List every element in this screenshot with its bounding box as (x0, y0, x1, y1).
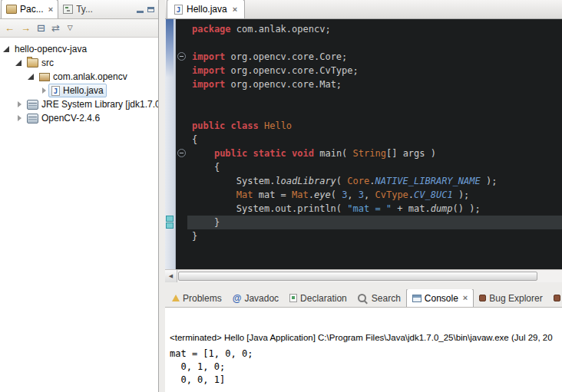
code-line[interactable]: System.out.println( "mat = " + mat.dump(… (187, 202, 562, 216)
code-token: void (292, 148, 314, 159)
code-line[interactable]: { (187, 133, 562, 147)
scrollbar-thumb[interactable] (178, 272, 537, 281)
code-token: com.anlak.opencv; (231, 24, 331, 35)
code-token: ); (481, 176, 498, 186)
tree-item[interactable]: OpenCV-2.4.6 (0, 111, 158, 125)
close-icon[interactable]: × (233, 5, 237, 14)
tab-package-explorer[interactable]: Pac... × (1, 0, 58, 18)
editor-body[interactable]: package com.anlak.opencv; import org.ope… (165, 19, 562, 269)
minimize-icon[interactable] (137, 5, 144, 13)
explorer-tab-bar: Pac... × Ty... (0, 0, 158, 19)
code-token: dump (431, 203, 453, 214)
expander-collapsed-icon[interactable] (40, 87, 48, 94)
code-token: . (309, 189, 314, 200)
code-token: { (192, 162, 220, 173)
expander-expanded-icon[interactable] (3, 46, 12, 52)
tab-declaration[interactable]: Declaration (284, 289, 352, 307)
tree-item[interactable]: JHello.java (0, 84, 158, 97)
tab-label: Problems (183, 293, 222, 304)
code-token: org.opencv.core.Core; (225, 51, 347, 62)
tree-item[interactable]: com.anlak.opencv (0, 70, 158, 84)
forward-button[interactable]: → (21, 23, 31, 33)
code-token: () ); (453, 203, 481, 214)
expander-expanded-icon[interactable] (28, 74, 36, 80)
code-token: Mat (292, 189, 309, 200)
problems-icon (172, 295, 180, 301)
code-line[interactable]: } (187, 229, 562, 243)
code-token: static (253, 148, 286, 159)
code-token: } (192, 217, 220, 228)
tab-problems[interactable]: Problems (167, 289, 227, 307)
editor-tab-label: Hello.java (187, 4, 227, 15)
bug-icon (479, 295, 486, 301)
expander-expanded-icon[interactable] (15, 60, 24, 66)
view-menu-button[interactable]: ▽ (68, 25, 73, 31)
tree-item-label: Hello.java (63, 85, 104, 96)
code-line[interactable]: import org.opencv.core.Mat; (187, 77, 562, 91)
java-file-icon: J (174, 5, 183, 15)
code-line[interactable]: public static void main( String[] args ) (187, 147, 562, 160)
tab-bug-explorer[interactable]: Bug Explorer (474, 289, 547, 307)
code-token (225, 120, 230, 131)
maximize-icon[interactable] (147, 7, 154, 12)
code-line[interactable]: public class Hello (187, 119, 562, 133)
code-token: "mat = " (347, 203, 392, 214)
code-area[interactable]: package com.anlak.opencv; import org.ope… (187, 19, 562, 269)
occurrence-marker (166, 216, 174, 222)
tree-item[interactable]: hello-opencv-java (0, 42, 158, 56)
tree-item-row: JHello.java (48, 84, 107, 97)
console-icon (412, 295, 422, 302)
view-window-buttons (137, 5, 158, 18)
back-button[interactable]: ← (5, 23, 15, 33)
project-tree: hello-opencv-javasrccom.anlak.opencvJHel… (0, 38, 158, 392)
code-line[interactable]: Mat mat = Mat.eye( 3, 3, CvType.CV_8UC1 … (187, 188, 562, 202)
code-line[interactable]: System.loadLibrary( Core.NATIVE_LIBRARY_… (187, 174, 562, 188)
tab-type-hierarchy[interactable]: Ty... (58, 0, 98, 18)
code-token: + mat. (392, 203, 431, 214)
tab-label: Search (372, 293, 401, 304)
code-token: eye (314, 189, 331, 200)
console-content[interactable]: <terminated> Hello [Java Application] C:… (165, 308, 562, 392)
code-line[interactable] (187, 91, 562, 105)
code-line[interactable]: } (187, 216, 562, 229)
console-output-line: mat = [1, 0, 0; (170, 348, 253, 361)
code-line[interactable]: import org.opencv.core.Core; (187, 50, 562, 64)
editor-horizontal-scrollbar[interactable]: ◀ (165, 269, 562, 282)
tree-item-row: OpenCV-2.4.6 (24, 111, 103, 125)
code-token: org.opencv.core.Mat; (225, 79, 342, 90)
code-line[interactable] (187, 105, 562, 119)
code-token: Hello (264, 120, 292, 131)
link-with-editor-button[interactable]: ⇄ (51, 23, 60, 33)
package-icon (39, 73, 50, 81)
fold-collapse-icon[interactable] (177, 149, 186, 157)
tab-label: Ty... (76, 4, 93, 15)
tab-bug[interactable]: Bug (548, 289, 562, 307)
code-line[interactable] (187, 36, 562, 50)
tab-search[interactable]: Search (352, 289, 406, 307)
tree-item-label: JRE System Library [jdk1.7.0 (41, 99, 158, 110)
code-token: } (192, 231, 197, 242)
scroll-left-arrow-icon[interactable]: ◀ (165, 270, 177, 282)
code-token: public (214, 148, 247, 159)
tab-console[interactable]: Console× (406, 289, 474, 308)
library-icon (27, 100, 38, 110)
tab-hello-java[interactable]: J Hello.java × (167, 0, 245, 18)
code-line[interactable]: import org.opencv.core.CvType; (187, 64, 562, 77)
close-icon[interactable]: × (463, 294, 468, 302)
package-explorer-icon (6, 5, 17, 14)
code-line[interactable]: { (187, 160, 562, 174)
close-icon[interactable]: × (48, 5, 53, 14)
tab-javadoc[interactable]: @Javadoc (227, 289, 284, 307)
expander-collapsed-icon[interactable] (15, 115, 24, 121)
tree-item[interactable]: src (0, 56, 158, 70)
expander-collapsed-icon[interactable] (15, 101, 24, 107)
editor-tab-bar: J Hello.java × (165, 0, 562, 19)
annotation-ruler[interactable] (165, 19, 176, 269)
tab-label: Console (425, 293, 458, 304)
collapse-all-button[interactable]: ⊟ (37, 23, 45, 33)
console-output-line: 0, 1, 0; (170, 361, 253, 374)
tree-item[interactable]: JRE System Library [jdk1.7.0 (0, 97, 158, 111)
code-line[interactable]: package com.anlak.opencv; (187, 22, 562, 36)
fold-collapse-icon[interactable] (177, 52, 186, 61)
code-token: . (408, 189, 414, 200)
